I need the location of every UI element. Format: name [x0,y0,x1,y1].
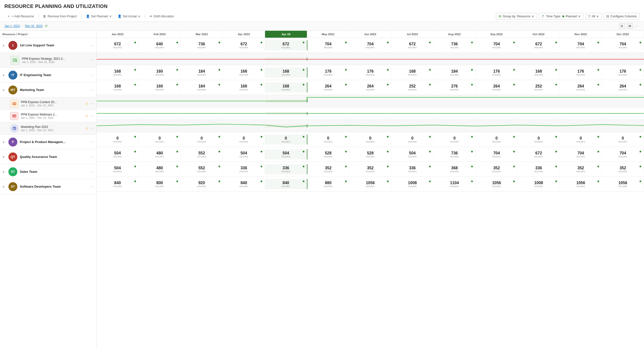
cell: 736HOURS [181,40,223,50]
list-item: PPM Express Content 20... Jan 1, 2021 - … [0,97,96,110]
cell: 480HOURS [139,164,181,174]
cell: 736HOURS [434,149,476,159]
refresh-icon[interactable]: ↺ [44,24,48,28]
cell: 0HOURS [350,134,392,145]
resource-project-header: Resource / Project [2,33,28,36]
month-nov: Nov 2022 [560,31,602,38]
avatar: ST [8,182,17,191]
set-planned-button[interactable]: 👤 Set Planned ∨ [84,13,114,19]
filter-button[interactable]: ▽ All ∨ [585,13,602,20]
actual-chevron: ∨ [138,14,140,18]
cell-today [265,124,308,127]
row-more-icon[interactable]: ··· [90,126,94,131]
cell [434,100,476,103]
row-more-icon[interactable]: ··· [90,170,94,174]
timeline-row: 504HOURS 480HOURS 552HOURS 504HOURS 504H… [96,147,644,162]
project-name: Marketing Plan 2022 [21,125,84,129]
cell [139,124,181,127]
cell: 504HOURS [96,164,139,174]
view-w-button[interactable]: W [627,23,633,29]
configure-columns-button[interactable]: ⊟ Configure Columns [604,13,640,20]
row-more-icon[interactable]: ··· [90,88,94,92]
cell: 504HOURS [96,149,139,159]
more-options-icon[interactable]: ··· [635,24,640,28]
month-dec: Dec 2022 [602,31,644,38]
view-d-button[interactable]: D [619,23,625,29]
left-header: Resource / Project ↑ [0,31,96,38]
shift-allocation-button[interactable]: ⇌ Shift Allocation [147,13,176,19]
cell-today: 840HOURS [265,179,308,189]
toolbar: ＋ + Add Resource 🗑 Remove from Project 👤… [0,11,644,22]
resource-name: IT Engineering Team [20,73,88,77]
toggle-sd[interactable]: ∨ [2,185,6,188]
cell: 704HOURS [602,149,644,159]
resource-info: 1st Line Support Team [20,43,88,47]
warning-icon: ⚠ [86,126,88,130]
cell: 704HOURS [308,40,350,50]
group-by-button[interactable]: ⊞ Group by: Resource ∨ [496,13,537,20]
row-more-icon[interactable]: ··· [90,58,94,63]
row-more-icon[interactable]: ··· [90,43,94,48]
row-more-icon[interactable]: ··· [90,155,94,159]
warning-icon: ⚠ [86,102,88,105]
cell-today: 336HOURS [265,164,308,174]
toggle-qt[interactable]: ∨ [2,155,6,159]
cell: 0HOURS [96,134,139,145]
add-resource-button[interactable]: ＋ + Add Resource [4,13,36,20]
row-more-icon[interactable]: ··· [90,184,94,189]
cell [181,100,223,103]
cell: 168HOURS [391,68,434,78]
list-item: PPM Express Strategy: 2021-2... Jan 1, 2… [0,53,96,68]
toggle-st[interactable]: ∨ [2,170,6,174]
cell [476,124,518,127]
toggle-p[interactable]: ∨ [2,140,6,144]
cell: 352HOURS [308,164,350,174]
cell: 672HOURS [391,40,434,50]
row-more-icon[interactable]: ··· [90,140,94,144]
cell [560,112,602,115]
project-name: PPM Express Content 20... [21,100,84,104]
cell-today [265,100,308,103]
resource-info: Software Developers Team [20,185,88,188]
end-date-link[interactable]: Dec 31, 2022 [25,24,42,28]
toggle-1st-line[interactable]: ∧ [2,44,6,47]
set-actual-button[interactable]: 👤 Set Actual ∨ [115,13,143,19]
cell: 160HOURS [139,68,181,78]
cell: 552HOURS [181,164,223,174]
row-more-icon[interactable]: ··· [90,73,94,77]
page-title: RESOURCE PLANNING AND UTILIZATION [0,0,644,11]
toggle-it[interactable]: ∨ [2,73,6,77]
timeline-row-chart [96,107,644,120]
project-name: PPM Express Webinars 2... [21,113,84,116]
cell: 640HOURS [139,40,181,50]
cell: 184HOURS [181,68,223,78]
toggle-mt[interactable]: ∧ [2,88,6,92]
cell [308,112,350,115]
cell: 264HOURS [308,82,350,93]
month-sep: Sep 2022 [476,31,518,38]
avatar: QT [8,152,17,161]
remove-from-project-button[interactable]: 🗑 Remove from Project [40,14,79,19]
cell [391,100,434,103]
cell-today: 168HOURS [265,68,308,78]
cell [223,124,265,127]
sort-icon[interactable]: ↑ [28,33,30,36]
cell: 168HOURS [96,68,139,78]
cell: 184HOURS [434,68,476,78]
columns-icon: ⊟ [606,14,609,18]
start-date-link[interactable]: Jan 1, 2022 [4,24,20,28]
divider-3 [145,14,145,19]
project-dates: Jan 1, 2021 - Dec 31, 2021 [21,129,84,132]
row-more-icon[interactable]: ··· [90,114,94,118]
cell: 176HOURS [350,68,392,78]
row-more-icon[interactable]: ··· [90,101,94,106]
list-item: ∨ QT Quality Assurance Team ··· [0,149,96,164]
cell [560,124,602,127]
cell: 704HOURS [560,40,602,50]
cell: 800HOURS [139,179,181,189]
cell: 672HOURS [518,40,560,50]
cell: 840HOURS [96,179,139,189]
cell [96,100,139,103]
time-type-button[interactable]: ⏱ Time Type: Planned ∨ [539,13,583,20]
cell: 504HOURS [391,149,434,159]
